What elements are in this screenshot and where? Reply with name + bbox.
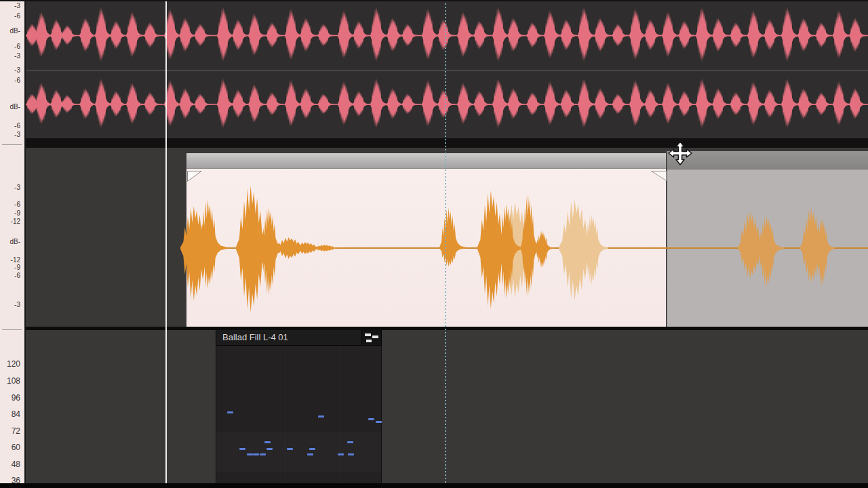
midi-note <box>227 411 233 413</box>
track-2-db-scale-label: dB- <box>9 102 20 112</box>
drum-waveform-2 <box>0 70 868 138</box>
audio-waveform <box>0 161 868 335</box>
midi-note <box>318 415 324 418</box>
midi-note <box>247 453 253 455</box>
midi-pitch-scale-label: 108 <box>7 376 20 386</box>
piano-roll-band <box>216 432 381 472</box>
drum-waveform-1 <box>0 1 868 70</box>
edit-cursor-line <box>165 0 167 483</box>
midi-pitch-scale-label: 60 <box>12 443 20 452</box>
midi-track-lane[interactable] <box>0 330 868 483</box>
midi-pitch-scale-label: 96 <box>12 393 20 403</box>
midi-note <box>239 448 245 450</box>
track-2-db-scale-label: -3 <box>14 130 20 140</box>
track-1-db-scale-label: dB- <box>9 26 20 36</box>
track-1-db-scale-label: -3 <box>14 1 20 11</box>
playhead-line[interactable] <box>445 0 446 483</box>
move-cursor-icon <box>666 139 694 167</box>
midi-note <box>260 453 266 455</box>
midi-note <box>309 448 315 450</box>
midi-clip-body[interactable] <box>216 346 382 483</box>
bottom-edge-bar <box>0 483 868 488</box>
track-1-db-scale-label: -3 <box>14 52 20 61</box>
ruler: -3-6dB--6-3-3-6dB--6-3-3-6-9-12dB--12-9-… <box>0 0 26 483</box>
track-3-db-scale-label: -6 <box>14 271 20 281</box>
ruler-tick <box>2 144 22 145</box>
track-2-db-scale-label: -6 <box>14 121 20 131</box>
midi-note <box>338 453 344 455</box>
midi-pitch-scale-label: 72 <box>12 426 20 436</box>
midi-note <box>287 448 293 450</box>
midi-note <box>348 453 354 455</box>
midi-note <box>253 453 259 455</box>
bar-gridline <box>340 346 340 483</box>
midi-note <box>307 453 313 455</box>
midi-note <box>264 441 271 443</box>
top-edge-bar <box>0 0 868 1</box>
midi-pattern-icon-dash <box>372 336 378 338</box>
track-3-db-scale-label: -3 <box>14 183 20 192</box>
track-separator <box>0 138 868 148</box>
channel-separator <box>25 70 868 70</box>
midi-pattern-icon-dash <box>366 340 372 342</box>
midi-note <box>368 418 374 420</box>
midi-note <box>347 441 353 443</box>
midi-pitch-scale-label: 48 <box>12 460 20 469</box>
track-3-db-scale-label: -3 <box>14 300 20 310</box>
fade-out-handle[interactable] <box>651 171 667 182</box>
ruler-tick <box>2 329 22 330</box>
track-3-db-scale-label: -12 <box>11 217 20 226</box>
midi-note <box>267 448 273 450</box>
track-3-db-scale-label: dB- <box>9 237 20 247</box>
app-root: Ballad Fill L-4 01 -3-6dB--6-3-3-6dB--6-… <box>0 0 868 488</box>
track-separator <box>0 327 868 330</box>
track-2-db-scale-label: -6 <box>14 76 20 85</box>
midi-clip[interactable]: Ballad Fill L-4 01 <box>216 329 382 483</box>
midi-pitch-scale-label: 120 <box>7 359 20 369</box>
bar-gridline <box>285 346 286 483</box>
midi-note <box>376 421 382 423</box>
track-3-db-scale-label: -6 <box>14 200 20 209</box>
track-1-db-scale-label: -6 <box>14 12 20 21</box>
track-1-db-scale-label: -6 <box>14 42 20 52</box>
track-2-db-scale-label: -3 <box>14 66 20 75</box>
midi-pitch-scale-label: 84 <box>12 409 20 419</box>
fade-in-handle[interactable] <box>187 171 203 182</box>
